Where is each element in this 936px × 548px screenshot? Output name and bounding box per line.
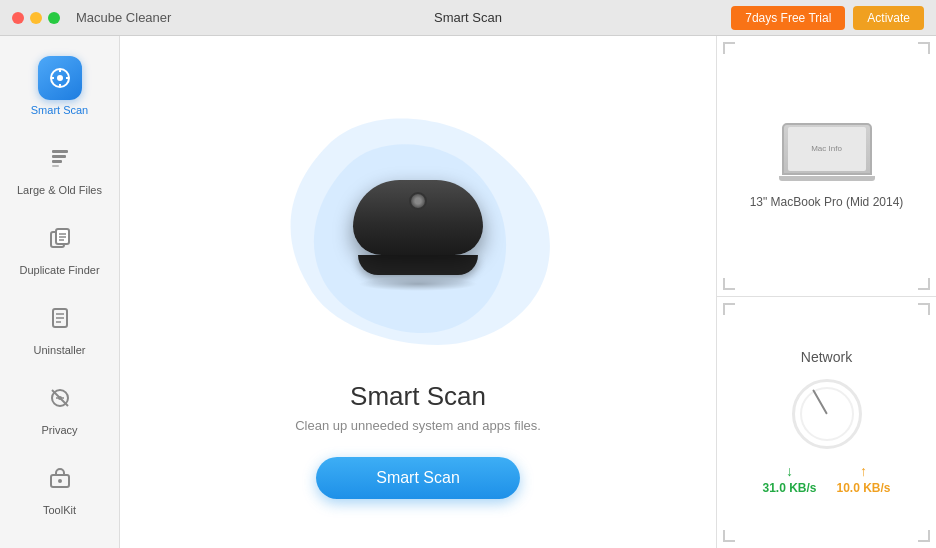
corner-tr bbox=[918, 42, 930, 54]
network-corner-tl bbox=[723, 303, 735, 315]
network-gauge bbox=[792, 379, 862, 449]
duplicate-finder-icon-bg bbox=[38, 216, 82, 260]
network-corner-tr bbox=[918, 303, 930, 315]
network-corner-bl bbox=[723, 530, 735, 542]
macbook-screen-inner: Mac Info bbox=[788, 127, 866, 171]
sidebar-item-duplicate-finder[interactable]: Duplicate Finder bbox=[0, 206, 119, 286]
sidebar-item-large-old-files[interactable]: Large & Old Files bbox=[0, 126, 119, 206]
free-trial-button[interactable]: 7days Free Trial bbox=[731, 6, 845, 30]
robot-vacuum bbox=[353, 180, 483, 270]
svg-rect-6 bbox=[52, 150, 68, 153]
network-title: Network bbox=[801, 349, 852, 365]
mac-info-screen-label: Mac Info bbox=[811, 144, 842, 153]
toolkit-icon bbox=[48, 466, 72, 490]
svg-rect-7 bbox=[52, 155, 66, 158]
titlebar-title: Smart Scan bbox=[434, 10, 502, 25]
uninstaller-icon bbox=[48, 306, 72, 330]
robot-bottom bbox=[358, 255, 478, 275]
uninstaller-icon-bg bbox=[38, 296, 82, 340]
robot-shadow bbox=[358, 277, 478, 291]
privacy-icon-bg bbox=[38, 376, 82, 420]
large-old-files-icon bbox=[48, 146, 72, 170]
maximize-button[interactable] bbox=[48, 12, 60, 24]
mac-info-card: Mac Info 13" MacBook Pro (Mid 2014) bbox=[717, 36, 936, 297]
network-corner-br bbox=[918, 530, 930, 542]
svg-rect-8 bbox=[52, 160, 62, 163]
sidebar-large-old-files-label: Large & Old Files bbox=[17, 184, 102, 196]
upload-stat: ↑ 10.0 KB/s bbox=[837, 463, 891, 495]
sidebar-uninstaller-label: Uninstaller bbox=[34, 344, 86, 356]
download-speed: 31.0 KB/s bbox=[762, 481, 816, 495]
svg-point-24 bbox=[58, 479, 62, 483]
sidebar-item-privacy[interactable]: Privacy bbox=[0, 366, 119, 446]
content-area: Smart Scan Clean up unneeded system and … bbox=[120, 36, 716, 548]
download-stat: ↓ 31.0 KB/s bbox=[762, 463, 816, 495]
titlebar-right: 7days Free Trial Activate bbox=[731, 6, 924, 30]
svg-point-1 bbox=[57, 75, 63, 81]
sidebar-smart-scan-label: Smart Scan bbox=[31, 104, 88, 116]
close-button[interactable] bbox=[12, 12, 24, 24]
robot-body bbox=[353, 180, 483, 255]
upload-speed: 10.0 KB/s bbox=[837, 481, 891, 495]
network-stats: ↓ 31.0 KB/s ↑ 10.0 KB/s bbox=[762, 463, 890, 495]
sidebar-toolkit-label: ToolKit bbox=[43, 504, 76, 516]
corner-tl bbox=[723, 42, 735, 54]
macbook-base bbox=[779, 176, 875, 181]
download-arrow-icon: ↓ bbox=[786, 463, 793, 479]
titlebar-left: Macube Cleaner bbox=[12, 10, 171, 25]
right-panel: Mac Info 13" MacBook Pro (Mid 2014) Netw… bbox=[716, 36, 936, 548]
sidebar-item-toolkit[interactable]: ToolKit bbox=[0, 446, 119, 526]
main-layout: Smart Scan Large & Old Files bbox=[0, 36, 936, 548]
network-card: Network ↓ 31.0 KB/s ↑ 10.0 KB/s bbox=[717, 297, 936, 549]
titlebar: Macube Cleaner Smart Scan 7days Free Tri… bbox=[0, 0, 936, 36]
minimize-button[interactable] bbox=[30, 12, 42, 24]
scan-title: Smart Scan bbox=[350, 381, 486, 412]
privacy-icon bbox=[48, 386, 72, 410]
scan-subtitle: Clean up unneeded system and apps files. bbox=[295, 418, 541, 433]
upload-arrow-icon: ↑ bbox=[860, 463, 867, 479]
robot-container bbox=[248, 85, 588, 365]
smart-scan-button[interactable]: Smart Scan bbox=[316, 457, 520, 499]
sidebar-item-smart-scan[interactable]: Smart Scan bbox=[0, 46, 119, 126]
svg-rect-9 bbox=[52, 165, 59, 167]
robot-sensor bbox=[409, 192, 427, 210]
sidebar: Smart Scan Large & Old Files bbox=[0, 36, 120, 548]
traffic-lights bbox=[12, 12, 60, 24]
corner-bl bbox=[723, 278, 735, 290]
smart-scan-icon bbox=[48, 66, 72, 90]
sidebar-duplicate-finder-label: Duplicate Finder bbox=[19, 264, 99, 276]
macbook-graphic: Mac Info bbox=[782, 123, 872, 183]
app-name: Macube Cleaner bbox=[76, 10, 171, 25]
smart-scan-icon-bg bbox=[38, 56, 82, 100]
sidebar-item-uninstaller[interactable]: Uninstaller bbox=[0, 286, 119, 366]
corner-br bbox=[918, 278, 930, 290]
sidebar-privacy-label: Privacy bbox=[41, 424, 77, 436]
activate-button[interactable]: Activate bbox=[853, 6, 924, 30]
large-old-files-icon-bg bbox=[38, 136, 82, 180]
mac-model-label: 13" MacBook Pro (Mid 2014) bbox=[750, 195, 904, 209]
duplicate-finder-icon bbox=[48, 226, 72, 250]
macbook-screen: Mac Info bbox=[782, 123, 872, 175]
toolkit-icon-bg bbox=[38, 456, 82, 500]
